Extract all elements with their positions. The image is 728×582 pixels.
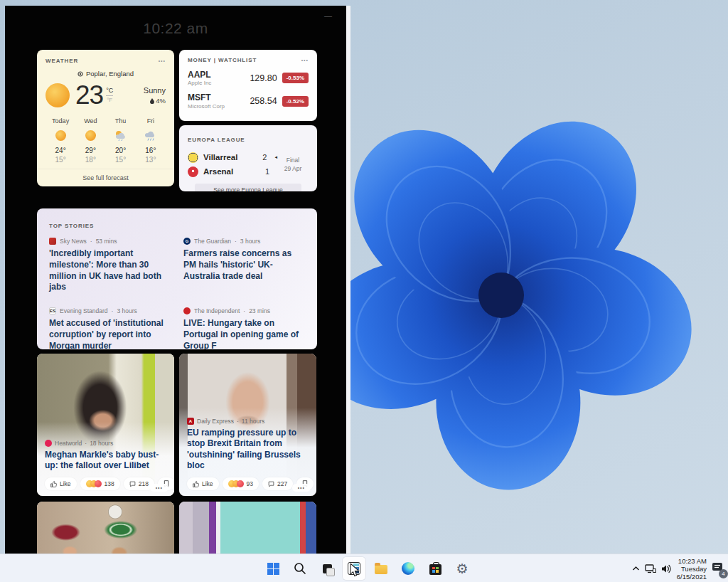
news-card-cropped[interactable] — [179, 502, 316, 554]
widgets-panel: 10:22 am — WEATHER ••• Poplar, England 2… — [5, 6, 346, 554]
task-view-icon — [323, 564, 332, 573]
match-status: Final — [277, 157, 309, 164]
weather-title: WEATHER — [46, 58, 78, 64]
sky-news-icon — [49, 238, 56, 245]
sports-title: EUROPA LEAGUE — [188, 137, 245, 143]
gear-icon: ⚙ — [456, 562, 468, 576]
edge-button[interactable] — [397, 557, 419, 580]
story-item[interactable]: Sky News · 53 mins 'Incredibly important… — [49, 238, 171, 293]
forecast-strip: Today 24° 15° Wed 29° 18° Thu — [46, 117, 166, 164]
stock-row[interactable]: MSFT Microsoft Corp 258.54 -0.52% — [188, 92, 309, 109]
reactions-count[interactable]: 93 — [223, 477, 259, 490]
change-badge: -0.53% — [282, 73, 309, 83]
money-menu-icon[interactable]: ••• — [301, 58, 309, 63]
rain-cloud-icon — [144, 129, 158, 141]
weather-location: Poplar, England — [86, 70, 134, 78]
search-button[interactable] — [289, 557, 311, 580]
file-explorer-button[interactable] — [370, 557, 392, 580]
sun-icon — [46, 83, 70, 107]
forecast-day[interactable]: Thu 20° 15° — [106, 117, 136, 164]
card-more-menu-icon[interactable]: ••• — [292, 484, 311, 492]
team-row[interactable]: Arsenal 1 — [188, 164, 277, 179]
windows-logo-icon — [267, 563, 279, 575]
microsoft-store-button[interactable] — [424, 557, 446, 580]
comment-icon — [129, 481, 136, 487]
money-watchlist-widget[interactable]: MONEY | WATCHLIST ••• AAPL Apple Inc 129… — [179, 50, 317, 121]
weather-condition: Sunny — [144, 86, 166, 95]
task-view-button[interactable] — [316, 557, 338, 580]
reactions-count[interactable]: 138 — [80, 477, 120, 490]
news-card-cropped[interactable] — [37, 502, 174, 554]
network-button[interactable] — [645, 564, 656, 573]
tray-date: 6/15/2021 — [677, 573, 707, 581]
independent-icon — [183, 307, 191, 314]
news-card[interactable]: A Daily Express · 11 hours EU ramping pr… — [179, 354, 316, 496]
mouse-cursor — [350, 564, 361, 578]
like-button[interactable]: Like — [187, 477, 219, 490]
panel-minimize-icon[interactable]: — — [324, 11, 332, 20]
team-row[interactable]: Villarreal 2 ◂ — [188, 150, 277, 164]
villarreal-crest-icon — [188, 152, 198, 163]
weather-widget[interactable]: WEATHER ••• Poplar, England 23 °C °F Sun… — [37, 50, 174, 186]
chevron-up-icon — [632, 566, 640, 571]
article-photo — [37, 502, 174, 554]
folder-icon — [375, 565, 387, 574]
top-stories-title: TOP STORIES — [49, 223, 94, 229]
europa-league-widget[interactable]: EUROPA LEAGUE Villarreal 2 ◂ Arse — [179, 125, 317, 191]
network-icon — [645, 564, 656, 573]
weather-menu-icon[interactable]: ••• — [159, 58, 166, 63]
taskbar: ⚙ 10:23 AM Tuesday 6/15/2021 4 — [0, 554, 728, 582]
arsenal-crest-icon — [188, 166, 198, 177]
start-button[interactable] — [262, 557, 284, 580]
comments-button[interactable]: 227 — [262, 477, 293, 490]
money-title: MONEY | WATCHLIST — [188, 57, 257, 63]
forecast-day[interactable]: Fri 16° 13° — [136, 117, 166, 164]
notification-center-button[interactable]: 4 — [712, 562, 724, 576]
daily-express-icon: A — [187, 418, 194, 425]
sunny-icon — [85, 130, 96, 141]
see-more-europa-league-button[interactable]: See more Europa League — [195, 184, 301, 191]
top-stories-widget[interactable]: TOP STORIES Sky News · 53 mins 'Incredib… — [37, 208, 317, 349]
forecast-day[interactable]: Wed 29° 18° — [75, 117, 105, 164]
reaction-emojis-icon — [228, 480, 244, 487]
story-item[interactable]: The Independent · 23 mins LIVE: Hungary … — [183, 307, 305, 349]
speaker-icon — [661, 564, 672, 573]
see-full-forecast-link[interactable]: See full forecast — [37, 169, 174, 186]
news-card[interactable]: Heatworld · 18 hours Meghan Markle's bab… — [37, 354, 174, 496]
sun-rain-cloud-icon — [114, 129, 128, 141]
search-icon — [294, 562, 306, 575]
card-more-menu-icon[interactable]: ••• — [150, 484, 168, 492]
evening-standard-icon: ES — [49, 307, 56, 314]
panel-right-border — [346, 6, 350, 554]
thumb-up-icon — [193, 481, 199, 487]
change-badge: -0.52% — [282, 96, 309, 107]
fahrenheit-unit[interactable]: °F — [107, 96, 112, 103]
forecast-day[interactable]: Today 24° 15° — [46, 117, 75, 164]
match-date: 29 Apr — [277, 165, 309, 172]
thumb-up-icon — [50, 481, 57, 487]
story-item[interactable]: ES Evening Standard · 3 hours Met accuse… — [49, 307, 171, 349]
tray-time: 10:23 AM — [677, 557, 707, 565]
article-photo — [179, 502, 316, 554]
volume-button[interactable] — [661, 564, 672, 573]
heatworld-icon — [45, 440, 52, 447]
stock-row[interactable]: AAPL Apple Inc 129.80 -0.53% — [188, 70, 309, 86]
tray-clock[interactable]: 10:23 AM Tuesday 6/15/2021 — [677, 557, 707, 581]
settings-button[interactable]: ⚙ — [451, 557, 473, 580]
guardian-icon: G — [183, 238, 191, 245]
store-bag-icon — [429, 564, 441, 575]
panel-clock: 10:22 am — [5, 20, 346, 37]
droplet-icon — [150, 98, 154, 104]
like-button[interactable]: Like — [45, 477, 77, 490]
reaction-emojis-icon — [86, 480, 102, 487]
tray-day: Tuesday — [677, 565, 707, 573]
sunny-icon — [55, 130, 66, 141]
current-temp: 23 — [75, 80, 103, 110]
comment-icon — [268, 481, 274, 487]
notification-count-badge: 4 — [719, 569, 728, 578]
story-item[interactable]: G The Guardian · 3 hours Farmers raise c… — [183, 238, 305, 293]
tray-chevron-button[interactable] — [632, 566, 640, 571]
edge-browser-icon — [402, 562, 414, 575]
location-pin-icon — [77, 71, 83, 77]
celsius-unit[interactable]: °C — [106, 88, 113, 96]
